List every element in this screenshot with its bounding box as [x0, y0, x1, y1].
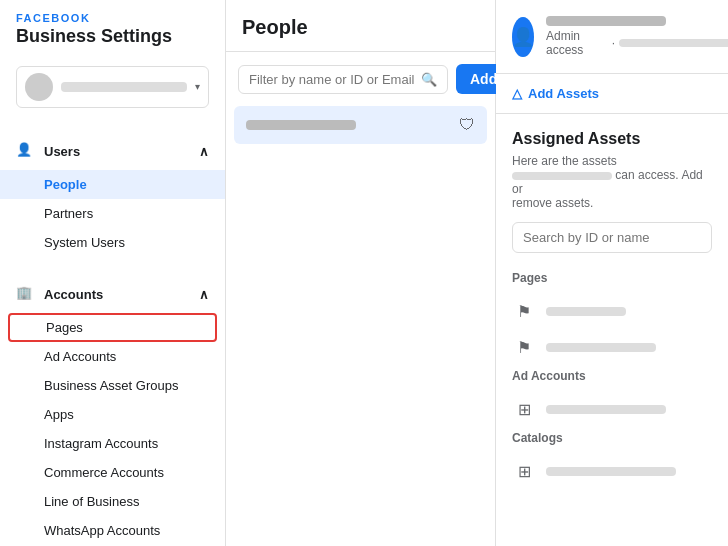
- sidebar-item-system-users[interactable]: System Users: [0, 228, 225, 257]
- search-assets-input[interactable]: [512, 222, 712, 253]
- dot-separator: ·: [612, 36, 615, 50]
- sidebar-header: FACEBOOK Business Settings: [0, 0, 225, 56]
- sidebar-item-people[interactable]: People: [0, 170, 225, 199]
- desc-name-blur: [512, 172, 612, 180]
- sidebar-section-users: 👤 Users ∧ People Partners System Users: [0, 130, 225, 261]
- facebook-logo: FACEBOOK: [16, 12, 209, 24]
- shield-icon: 🛡: [459, 116, 475, 134]
- ad-accounts-category-label: Ad Accounts: [512, 369, 712, 383]
- user-avatar: 👤: [512, 17, 534, 57]
- details-panel: 👤 Admin access · △ Add Assets Assigned A…: [496, 0, 728, 546]
- chevron-up-icon-2: ∧: [199, 287, 209, 302]
- chevron-down-icon: ▾: [195, 81, 200, 92]
- content-area: People 🔍 Add 🛡 👤 Admin access: [226, 0, 728, 546]
- sidebar-item-ad-accounts[interactable]: Ad Accounts: [0, 342, 225, 371]
- filter-row: 🔍 Add: [226, 52, 495, 106]
- page-icon-2: ⚑: [512, 335, 536, 359]
- sidebar-item-apps[interactable]: Apps: [0, 400, 225, 429]
- assigned-assets-desc: Here are the assets can access. Add or r…: [512, 154, 712, 210]
- assigned-assets-section: Assigned Assets Here are the assets can …: [496, 114, 728, 505]
- sidebar-item-instagram-accounts[interactable]: Instagram Accounts: [0, 429, 225, 458]
- asset-item-catalog-1: ⊞: [512, 453, 712, 489]
- accounts-section-left: 🏢 Accounts: [16, 285, 103, 305]
- panel-title: People: [226, 0, 495, 52]
- catalog-icon-1: ⊞: [512, 459, 536, 483]
- user-info: Admin access ·: [546, 16, 728, 57]
- main-content: People 🔍 Add 🛡 👤 Admin access: [226, 0, 728, 546]
- sidebar-section-accounts: 🏢 Accounts ∧ Pages ◄ Ad Accounts Busines…: [0, 273, 225, 546]
- catalogs-category-label: Catalogs: [512, 431, 712, 445]
- sidebar-item-whatsapp-accounts[interactable]: WhatsApp Accounts: [0, 516, 225, 545]
- asset-item-page-1: ⚑: [512, 293, 712, 329]
- user-email: [619, 39, 728, 47]
- add-assets-icon: △: [512, 86, 522, 101]
- users-icon: 👤: [16, 142, 36, 162]
- catalog-name-1: [546, 467, 676, 476]
- admin-access-label: Admin access: [546, 29, 608, 57]
- accounts-icon: 🏢: [16, 285, 36, 305]
- user-role: Admin access ·: [546, 29, 728, 57]
- search-icon: 🔍: [421, 72, 437, 87]
- users-section-left: 👤 Users: [16, 142, 80, 162]
- person-name: [246, 120, 356, 130]
- desc-text: Here are the assets: [512, 154, 617, 168]
- accounts-section-label: Accounts: [44, 287, 103, 302]
- user-name: [546, 16, 666, 26]
- add-assets-label: Add Assets: [528, 86, 599, 101]
- person-row[interactable]: 🛡: [234, 106, 487, 144]
- people-panel: People 🔍 Add 🛡: [226, 0, 496, 546]
- details-header: 👤 Admin access ·: [496, 0, 728, 74]
- assigned-assets-title: Assigned Assets: [512, 130, 712, 148]
- sidebar-item-pages[interactable]: Pages: [8, 313, 217, 342]
- app-title: Business Settings: [16, 26, 209, 48]
- sidebar-item-business-asset-groups[interactable]: Business Asset Groups: [0, 371, 225, 400]
- users-section-label: Users: [44, 144, 80, 159]
- ad-account-name-1: [546, 405, 666, 414]
- users-section-header[interactable]: 👤 Users ∧: [0, 134, 225, 170]
- chevron-up-icon: ∧: [199, 144, 209, 159]
- asset-item-ad-1: ⊞: [512, 391, 712, 427]
- filter-input-wrap[interactable]: 🔍: [238, 65, 448, 94]
- pages-item-wrapper: Pages ◄: [0, 313, 225, 342]
- sidebar: FACEBOOK Business Settings ▾ 👤 Users ∧ P…: [0, 0, 226, 546]
- avatar: [25, 73, 53, 101]
- accounts-section-header[interactable]: 🏢 Accounts ∧: [0, 277, 225, 313]
- page-name-2: [546, 343, 656, 352]
- sidebar-item-line-of-business[interactable]: Line of Business: [0, 487, 225, 516]
- ad-account-icon-1: ⊞: [512, 397, 536, 421]
- sidebar-item-commerce-accounts[interactable]: Commerce Accounts: [0, 458, 225, 487]
- sidebar-item-partners[interactable]: Partners: [0, 199, 225, 228]
- add-assets-button[interactable]: △ Add Assets: [496, 74, 728, 114]
- page-icon-1: ⚑: [512, 299, 536, 323]
- asset-item-page-2: ⚑: [512, 329, 712, 365]
- page-name-1: [546, 307, 626, 316]
- search-input[interactable]: [249, 72, 417, 87]
- business-selector[interactable]: ▾: [16, 66, 209, 108]
- pages-category-label: Pages: [512, 271, 712, 285]
- business-name: [61, 82, 187, 92]
- remove-assets-note: remove assets.: [512, 196, 593, 210]
